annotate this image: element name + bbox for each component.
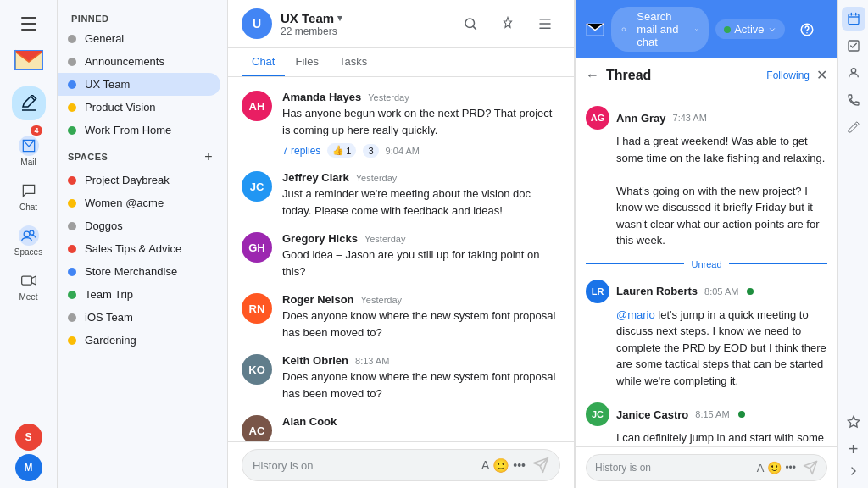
replies-link[interactable]: 7 replies [282,145,320,157]
message-header: Roger Nelson Yesterday [282,293,560,306]
thread-message-text: I can definitely jump in and start with … [586,430,827,446]
tab-files[interactable]: Files [285,48,328,76]
nav-item-gardening[interactable]: Gardening [58,329,220,352]
rs-phone-icon[interactable] [842,88,865,112]
add-space-button[interactable]: + [200,148,217,165]
chat-header-actions [455,8,560,39]
message-time: Yesterday [368,92,409,103]
thread-time: 7:43 AM [673,113,707,123]
rs-edit-icon[interactable] [842,115,865,139]
compose-button[interactable] [12,86,46,120]
nav-item-ios-team[interactable]: iOS Team [58,306,220,329]
nav-item-project-daybreak[interactable]: Project Daybreak [58,169,220,191]
nav-item-ux-team[interactable]: UX Team [58,73,220,96]
rs-star-icon[interactable] [842,410,865,434]
thread-format-icon[interactable]: A [757,462,765,474]
rs-tasks-icon[interactable] [842,34,865,58]
nav-meet[interactable]: Meet [12,265,46,307]
chat-options-button[interactable] [530,8,560,39]
message-time: Yesterday [361,295,403,305]
svg-point-10 [806,32,808,34]
nav-item-women-acme[interactable]: Women @acme [58,191,220,214]
search-icon [621,24,626,36]
nav-item-team-trip[interactable]: Team Trip [58,283,220,306]
message-text: Has anyone begun work on the next PRD? T… [282,105,560,138]
pinned-section-label: PINNED [58,7,227,27]
reply-time: 9:04 AM [386,146,420,156]
message-sender: Keith Obrien [282,354,348,367]
thread-sender: Ann Gray [616,112,666,125]
rs-expand-button[interactable] [847,464,860,481]
announcements-dot [68,58,76,66]
tab-tasks[interactable]: Tasks [329,48,377,76]
send-button[interactable] [532,457,549,474]
search-placeholder: Search mail and chat [637,10,683,48]
thread-input-box[interactable]: History is on A 🙂 ••• [586,454,827,481]
nav-item-sales-tips[interactable]: Sales Tips & Advice [58,237,220,260]
user-avatar-1[interactable]: S [15,424,42,451]
thread-messages-list: AG Ann Gray 7:43 AM I had a great weeken… [576,92,837,446]
message-content: Amanda Hayes Yesterday Has anyone begun … [282,91,560,158]
chat-tabs: Chat Files Tasks [228,48,574,77]
emoji-icon[interactable]: 🙂 [492,458,509,474]
team-avatar: U [242,8,272,39]
chat-input-placeholder: History is on [253,459,475,472]
table-row: GH Gregory Hicks Yesterday Good idea – J… [228,225,574,286]
message-content: Alan Cook [282,415,560,441]
chat-input-icons: A 🙂 ••• [481,458,526,474]
nav-item-store-merchandise[interactable]: Store Merchandise [58,260,220,283]
nav-spaces[interactable]: Spaces [12,220,46,262]
nav-item-work-from-home[interactable]: Work From Home [58,119,220,141]
thread-message-header: LR Lauren Roberts 8:05 AM [586,280,827,303]
nav-chat[interactable]: Chat [12,175,46,217]
search-chat-button[interactable] [455,8,486,39]
table-row: AC Alan Cook [228,408,574,441]
user-avatar-2[interactable]: M [15,454,42,481]
nav-item-general[interactable]: General [58,27,220,50]
more-options-icon[interactable]: ••• [513,458,526,472]
nav-item-doggos[interactable]: Doggos [58,214,220,237]
team-name-chevron-icon: ▾ [337,13,342,24]
format-text-icon[interactable]: A [481,458,489,472]
status-label: Active [734,23,764,36]
thread-back-button[interactable]: ← [586,68,599,83]
announcements-label: Announcements [85,55,210,68]
doggos-label: Doggos [85,219,210,232]
svg-rect-7 [539,28,551,30]
table-row: KO Keith Obrien 8:13 AM Does anyone know… [228,347,574,408]
nav-item-product-vision[interactable]: Product Vision [58,96,220,119]
thread-more-icon[interactable]: ••• [785,462,796,474]
chat-input-box[interactable]: History is on A 🙂 ••• [242,449,560,481]
message-content: Jeffrey Clark Yesterday Just a reminder … [282,171,560,219]
unread-divider: Unread [576,256,837,273]
message-content: Roger Nelson Yesterday Does anyone know … [282,293,560,341]
rs-calendar-icon[interactable] [842,7,865,30]
pin-button[interactable] [492,8,523,39]
team-trip-dot [68,291,76,299]
chat-team-name[interactable]: UX Team ▾ [281,11,447,25]
list-item: AG Ann Gray 7:43 AM I had a great weeken… [576,99,837,256]
list-item: JC Janice Castro 8:15 AM I can definitel… [576,396,837,446]
nav-meet-label: Meet [19,292,37,302]
svg-rect-3 [21,276,31,285]
tab-chat[interactable]: Chat [242,48,285,76]
svg-rect-5 [539,19,551,20]
project-daybreak-label: Project Daybreak [85,174,210,186]
rs-add-icon[interactable]: + [842,437,865,461]
nav-mail[interactable]: 4 Mail [12,130,46,172]
thread-emoji-icon[interactable]: 🙂 [767,461,782,474]
nav-item-announcements[interactable]: Announcements [58,50,220,73]
status-button[interactable]: Active [715,19,784,39]
general-dot [68,35,76,43]
chat-team-members: 22 members [281,25,447,37]
rs-contacts-icon[interactable] [842,61,865,85]
thread-close-button[interactable]: ✕ [816,67,827,83]
sales-tips-dot [68,245,76,253]
thread-send-button[interactable] [803,460,818,475]
help-button[interactable] [792,14,822,45]
search-bar[interactable]: Search mail and chat [611,7,709,52]
unread-label: Unread [691,259,721,269]
message-sender: Alan Cook [282,415,337,428]
following-badge[interactable]: Following [766,69,810,81]
hamburger-menu[interactable] [12,7,46,41]
